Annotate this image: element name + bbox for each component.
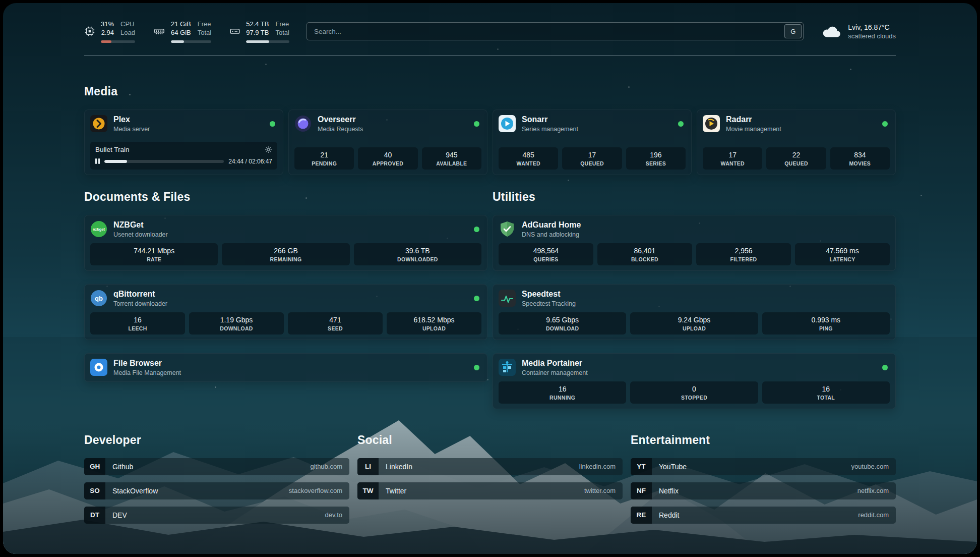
- stat-queued: 22 QUEUED: [766, 147, 826, 170]
- status-dot: [474, 121, 479, 127]
- bookmark-url: youtube.com: [851, 463, 889, 470]
- media-section-title: Media: [84, 85, 896, 98]
- service-card-overseerr[interactable]: Overseerr Media Requests 21 PENDING 40 A…: [288, 109, 487, 175]
- plex-now-playing: Bullet Train 24:44 / 02:06:4: [90, 142, 277, 170]
- stat-upload: 9.24 Gbps UPLOAD: [630, 312, 758, 335]
- bookmark-linkedin[interactable]: LI LinkedIn linkedin.com: [357, 458, 623, 475]
- utilities-section-title: Utilities: [493, 190, 896, 204]
- social-section-title: Social: [357, 433, 623, 447]
- search-bar: G: [307, 22, 804, 40]
- stat-running: 16 RUNNING: [499, 381, 626, 404]
- stat-filtered: 2,956 FILTERED: [696, 243, 791, 265]
- service-stats: 744.21 Mbps RATE 266 GB REMAINING 39.6 T…: [90, 243, 481, 265]
- service-subtitle: Container management: [522, 369, 588, 376]
- system-monitors: 31% 2.94 CPU Load: [84, 20, 289, 43]
- service-name: Sonarr: [522, 115, 578, 124]
- bookmark-name: Netflix: [659, 487, 679, 495]
- stat-series: 196 SERIES: [626, 147, 686, 170]
- github-icon: GH: [84, 458, 105, 475]
- service-card-adguard[interactable]: AdGuard Home DNS and adblocking 498,564 …: [493, 215, 896, 271]
- qbittorrent-icon: qb: [90, 290, 107, 307]
- status-dot: [474, 296, 479, 301]
- ram-total-label: Total: [198, 29, 211, 37]
- ram-free-value: 21 GiB: [171, 20, 191, 29]
- status-dot: [474, 227, 479, 232]
- service-card-filebrowser[interactable]: File Browser Media File Management: [84, 353, 487, 382]
- bookmark-url: stackoverflow.com: [289, 487, 342, 494]
- stat-movies: 834 MOVIES: [830, 147, 890, 170]
- bookmark-url: dev.to: [325, 511, 342, 519]
- pause-icon[interactable]: [95, 158, 100, 164]
- service-stats: 17 WANTED 22 QUEUED 834 MOVIES: [703, 147, 890, 170]
- bookmark-url: linkedin.com: [579, 463, 616, 470]
- stat-latency: 47.569 ms LATENCY: [795, 243, 890, 265]
- topbar-divider: [84, 55, 896, 55]
- bookmark-group-developer: Developer GH Github github.com SO StackO…: [84, 433, 349, 524]
- card-header: Plex Media server: [90, 115, 277, 133]
- bookmark-github[interactable]: GH Github github.com: [84, 458, 349, 475]
- bookmark-name: Reddit: [659, 511, 679, 519]
- stat-ping: 0.993 ms PING: [762, 312, 890, 335]
- twitter-icon: TW: [357, 482, 379, 499]
- service-name: qBittorrent: [113, 290, 167, 299]
- bookmark-stackoverflow[interactable]: SO StackOverflow stackoverflow.com: [84, 482, 349, 499]
- bookmark-name: YouTube: [659, 463, 687, 471]
- service-card-qbittorrent[interactable]: qb qBittorrent Torrent downloader 16 LEE…: [84, 284, 487, 340]
- bookmark-youtube[interactable]: YT YouTube youtube.com: [631, 458, 896, 475]
- service-stats: 9.65 Gbps DOWNLOAD 9.24 Gbps UPLOAD 0.99…: [499, 312, 890, 335]
- bookmark-dev[interactable]: DT DEV dev.to: [84, 507, 349, 524]
- service-card-portainer[interactable]: Media Portainer Container management 16 …: [493, 353, 896, 409]
- ram-free-label: Free: [198, 20, 211, 29]
- status-bar: 31% 2.94 CPU Load: [84, 20, 896, 43]
- nzbget-icon: nzbget: [90, 220, 107, 238]
- status-dot: [270, 121, 275, 127]
- search-engine-button[interactable]: G: [784, 24, 802, 38]
- service-name: File Browser: [113, 359, 181, 368]
- card-header: nzbget NZBGet Usenet downloader: [90, 220, 481, 238]
- card-header: File Browser Media File Management: [90, 359, 481, 376]
- service-card-sonarr[interactable]: Sonarr Series management 485 WANTED 17 Q…: [493, 109, 692, 175]
- dashboard-content: 31% 2.94 CPU Load: [84, 3, 896, 524]
- service-card-radarr[interactable]: Radarr Movie management 17 WANTED 22 QUE…: [697, 109, 896, 175]
- status-dot: [678, 121, 684, 127]
- snow-particles: [3, 3, 5, 5]
- service-name: Radarr: [726, 115, 781, 124]
- bookmark-reddit[interactable]: RE Reddit reddit.com: [631, 507, 896, 524]
- service-subtitle: Media File Management: [113, 369, 181, 376]
- service-name: Overseerr: [318, 115, 363, 124]
- cpu-load-value: 2.94: [101, 29, 114, 37]
- stat-remaining: 266 GB REMAINING: [222, 243, 349, 265]
- bookmark-twitter[interactable]: TW Twitter twitter.com: [357, 482, 623, 499]
- entertainment-section-title: Entertainment: [631, 433, 896, 447]
- service-stats: 485 WANTED 17 QUEUED 196 SERIES: [499, 147, 686, 170]
- dev-icon: DT: [84, 507, 105, 524]
- disk-total-value: 97.9 TB: [246, 29, 269, 37]
- portainer-icon: [499, 359, 516, 376]
- plex-icon: [90, 115, 107, 132]
- bookmark-name: Github: [112, 463, 133, 471]
- bookmark-group-social: Social LI LinkedIn linkedin.com TW Twitt…: [357, 433, 623, 524]
- playback-progress-bar[interactable]: [104, 160, 224, 163]
- service-card-speedtest[interactable]: Speedtest Speedtest Tracking 9.65 Gbps D…: [493, 284, 896, 340]
- service-subtitle: Usenet downloader: [113, 231, 168, 238]
- service-card-nzbget[interactable]: nzbget NZBGet Usenet downloader 744.21 M…: [84, 215, 487, 271]
- bookmark-netflix[interactable]: NF Netflix netflix.com: [631, 482, 896, 499]
- documents-utilities-grid: nzbget NZBGet Usenet downloader 744.21 M…: [84, 215, 896, 409]
- gear-icon[interactable]: [265, 146, 272, 153]
- card-header: Media Portainer Container management: [499, 359, 890, 376]
- stat-wanted: 17 WANTED: [703, 147, 762, 170]
- stat-available: 945 AVAILABLE: [422, 147, 481, 170]
- stat-stopped: 0 STOPPED: [630, 381, 758, 404]
- cpu-progress-bar: [101, 40, 135, 43]
- bookmark-name: DEV: [112, 511, 127, 519]
- service-card-plex[interactable]: Plex Media server Bullet Train: [84, 109, 283, 175]
- disk-monitor: 52.4 TB 97.9 TB Free Total: [229, 20, 289, 43]
- cpu-usage-value: 31%: [101, 20, 114, 29]
- disk-total-label: Total: [275, 29, 289, 37]
- status-dot: [882, 121, 888, 127]
- bookmark-group-entertainment: Entertainment YT YouTube youtube.com NF …: [631, 433, 896, 524]
- service-name: Speedtest: [522, 290, 576, 299]
- stat-downloaded: 39.6 TB DOWNLOADED: [354, 243, 481, 265]
- bookmark-url: github.com: [310, 463, 342, 470]
- search-input[interactable]: [307, 23, 783, 40]
